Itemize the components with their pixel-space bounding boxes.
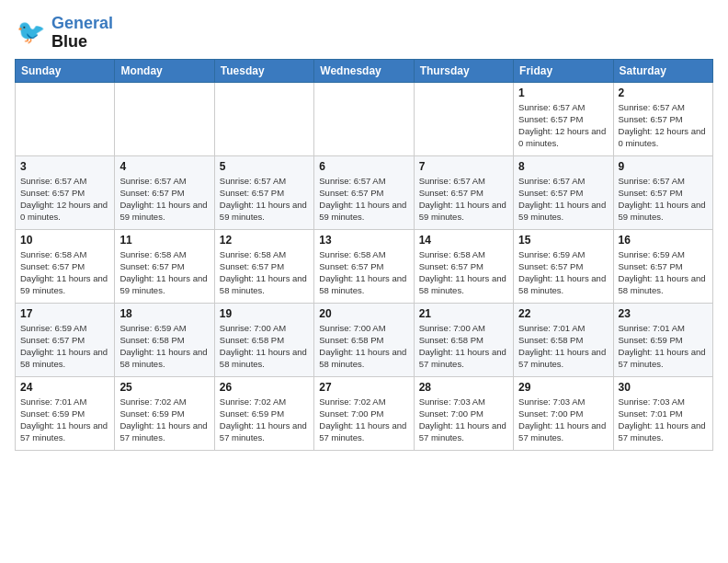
day-info: Sunrise: 7:02 AMSunset: 6:59 PMDaylight:… xyxy=(220,396,309,444)
calendar-week-2: 3Sunrise: 6:57 AMSunset: 6:57 PMDaylight… xyxy=(16,155,713,229)
day-info: Sunrise: 6:58 AMSunset: 6:57 PMDaylight:… xyxy=(119,248,209,297)
day-number: 21 xyxy=(419,307,508,320)
day-number: 15 xyxy=(518,234,608,247)
calendar-cell: 10Sunrise: 6:58 AMSunset: 6:57 PMDayligh… xyxy=(16,229,115,303)
calendar-cell: 9Sunrise: 6:57 AMSunset: 6:57 PMDaylight… xyxy=(613,155,712,229)
calendar-cell: 1Sunrise: 6:57 AMSunset: 6:57 PMDaylight… xyxy=(514,82,613,155)
day-number: 14 xyxy=(419,234,508,247)
day-number: 20 xyxy=(319,307,408,320)
calendar-cell: 18Sunrise: 6:59 AMSunset: 6:58 PMDayligh… xyxy=(115,303,214,376)
day-info: Sunrise: 7:03 AMSunset: 7:00 PMDaylight:… xyxy=(419,396,508,444)
day-info: Sunrise: 7:03 AMSunset: 7:01 PMDaylight:… xyxy=(619,396,708,444)
day-number: 4 xyxy=(119,160,209,173)
day-info: Sunrise: 7:00 AMSunset: 6:58 PMDaylight:… xyxy=(419,322,508,371)
day-info: Sunrise: 6:59 AMSunset: 6:57 PMDaylight:… xyxy=(619,248,708,297)
day-number: 8 xyxy=(518,160,608,173)
day-info: Sunrise: 6:59 AMSunset: 6:57 PMDaylight:… xyxy=(20,322,109,371)
day-number: 28 xyxy=(419,381,508,394)
calendar-cell: 23Sunrise: 7:01 AMSunset: 6:59 PMDayligh… xyxy=(613,303,712,376)
day-info: Sunrise: 6:59 AMSunset: 6:58 PMDaylight:… xyxy=(119,322,209,371)
calendar-cell: 6Sunrise: 6:57 AMSunset: 6:57 PMDaylight… xyxy=(314,155,414,229)
calendar-cell: 8Sunrise: 6:57 AMSunset: 6:57 PMDaylight… xyxy=(514,155,613,229)
day-number: 27 xyxy=(319,381,408,394)
calendar-cell: 7Sunrise: 6:57 AMSunset: 6:57 PMDaylight… xyxy=(414,155,513,229)
calendar-cell: 4Sunrise: 6:57 AMSunset: 6:57 PMDaylight… xyxy=(115,155,214,229)
calendar-cell: 26Sunrise: 7:02 AMSunset: 6:59 PMDayligh… xyxy=(214,376,313,450)
day-number: 22 xyxy=(518,307,608,320)
page-header: 🐦 GeneralBlue xyxy=(15,15,713,52)
day-info: Sunrise: 7:02 AMSunset: 7:00 PMDaylight:… xyxy=(319,396,408,444)
day-info: Sunrise: 6:58 AMSunset: 6:57 PMDaylight:… xyxy=(220,248,309,297)
day-info: Sunrise: 6:57 AMSunset: 6:57 PMDaylight:… xyxy=(419,175,508,224)
day-number: 9 xyxy=(619,160,708,173)
calendar-cell: 29Sunrise: 7:03 AMSunset: 7:00 PMDayligh… xyxy=(514,376,613,450)
day-info: Sunrise: 7:00 AMSunset: 6:58 PMDaylight:… xyxy=(319,322,408,371)
day-number: 2 xyxy=(619,86,708,99)
calendar-cell: 30Sunrise: 7:03 AMSunset: 7:01 PMDayligh… xyxy=(613,376,712,450)
calendar-cell xyxy=(16,82,115,155)
day-info: Sunrise: 6:57 AMSunset: 6:57 PMDaylight:… xyxy=(220,175,309,224)
day-number: 10 xyxy=(20,234,109,247)
calendar-week-4: 17Sunrise: 6:59 AMSunset: 6:57 PMDayligh… xyxy=(16,303,713,376)
calendar-cell: 5Sunrise: 6:57 AMSunset: 6:57 PMDaylight… xyxy=(214,155,313,229)
day-number: 30 xyxy=(619,381,708,394)
day-header-sunday: Sunday xyxy=(16,59,115,82)
calendar-cell: 25Sunrise: 7:02 AMSunset: 6:59 PMDayligh… xyxy=(115,376,214,450)
calendar-cell xyxy=(115,82,214,155)
day-number: 1 xyxy=(518,86,608,99)
day-info: Sunrise: 6:57 AMSunset: 6:57 PMDaylight:… xyxy=(319,175,408,224)
day-info: Sunrise: 7:01 AMSunset: 6:59 PMDaylight:… xyxy=(619,322,708,371)
calendar-cell: 3Sunrise: 6:57 AMSunset: 6:57 PMDaylight… xyxy=(16,155,115,229)
calendar-cell: 28Sunrise: 7:03 AMSunset: 7:00 PMDayligh… xyxy=(414,376,513,450)
day-info: Sunrise: 6:58 AMSunset: 6:57 PMDaylight:… xyxy=(319,248,408,297)
calendar-cell: 11Sunrise: 6:58 AMSunset: 6:57 PMDayligh… xyxy=(115,229,214,303)
day-number: 3 xyxy=(20,160,109,173)
calendar-cell: 15Sunrise: 6:59 AMSunset: 6:57 PMDayligh… xyxy=(514,229,613,303)
day-number: 17 xyxy=(20,307,109,320)
calendar-week-1: 1Sunrise: 6:57 AMSunset: 6:57 PMDaylight… xyxy=(16,82,713,155)
calendar-cell: 14Sunrise: 6:58 AMSunset: 6:57 PMDayligh… xyxy=(414,229,513,303)
calendar-cell xyxy=(414,82,513,155)
day-header-saturday: Saturday xyxy=(613,59,712,82)
day-info: Sunrise: 6:57 AMSunset: 6:57 PMDaylight:… xyxy=(518,175,608,224)
day-number: 13 xyxy=(319,234,408,247)
calendar-cell: 21Sunrise: 7:00 AMSunset: 6:58 PMDayligh… xyxy=(414,303,513,376)
day-info: Sunrise: 6:57 AMSunset: 6:57 PMDaylight:… xyxy=(119,175,209,224)
day-info: Sunrise: 6:58 AMSunset: 6:57 PMDaylight:… xyxy=(20,248,109,297)
day-info: Sunrise: 6:57 AMSunset: 6:57 PMDaylight:… xyxy=(619,101,708,150)
day-number: 29 xyxy=(518,381,608,394)
day-number: 11 xyxy=(119,234,209,247)
day-info: Sunrise: 7:01 AMSunset: 6:59 PMDaylight:… xyxy=(20,396,109,444)
calendar-cell: 17Sunrise: 6:59 AMSunset: 6:57 PMDayligh… xyxy=(16,303,115,376)
logo-icon: 🐦 xyxy=(15,17,48,50)
day-info: Sunrise: 7:01 AMSunset: 6:58 PMDaylight:… xyxy=(518,322,608,371)
calendar-cell: 13Sunrise: 6:58 AMSunset: 6:57 PMDayligh… xyxy=(314,229,414,303)
day-header-wednesday: Wednesday xyxy=(314,59,414,82)
calendar-cell: 16Sunrise: 6:59 AMSunset: 6:57 PMDayligh… xyxy=(613,229,712,303)
calendar-cell: 24Sunrise: 7:01 AMSunset: 6:59 PMDayligh… xyxy=(16,376,115,450)
day-number: 26 xyxy=(220,381,309,394)
day-info: Sunrise: 6:57 AMSunset: 6:57 PMDaylight:… xyxy=(20,175,109,224)
logo-text: GeneralBlue xyxy=(51,15,113,52)
day-info: Sunrise: 7:03 AMSunset: 7:00 PMDaylight:… xyxy=(518,396,608,444)
day-number: 12 xyxy=(220,234,309,247)
logo: 🐦 GeneralBlue xyxy=(15,15,113,52)
day-number: 19 xyxy=(220,307,309,320)
calendar-cell: 19Sunrise: 7:00 AMSunset: 6:58 PMDayligh… xyxy=(214,303,313,376)
day-info: Sunrise: 6:57 AMSunset: 6:57 PMDaylight:… xyxy=(619,175,708,224)
day-info: Sunrise: 6:57 AMSunset: 6:57 PMDaylight:… xyxy=(518,101,608,150)
day-info: Sunrise: 6:58 AMSunset: 6:57 PMDaylight:… xyxy=(419,248,508,297)
calendar-cell: 27Sunrise: 7:02 AMSunset: 7:00 PMDayligh… xyxy=(314,376,414,450)
calendar-cell: 20Sunrise: 7:00 AMSunset: 6:58 PMDayligh… xyxy=(314,303,414,376)
day-header-monday: Monday xyxy=(115,59,214,82)
calendar-cell: 12Sunrise: 6:58 AMSunset: 6:57 PMDayligh… xyxy=(214,229,313,303)
day-number: 7 xyxy=(419,160,508,173)
svg-text:🐦: 🐦 xyxy=(17,17,46,46)
calendar-header-row: SundayMondayTuesdayWednesdayThursdayFrid… xyxy=(16,59,713,82)
calendar-table: SundayMondayTuesdayWednesdayThursdayFrid… xyxy=(15,59,713,451)
day-number: 6 xyxy=(319,160,408,173)
calendar-cell xyxy=(214,82,313,155)
day-header-tuesday: Tuesday xyxy=(214,59,313,82)
calendar-cell xyxy=(314,82,414,155)
day-info: Sunrise: 7:00 AMSunset: 6:58 PMDaylight:… xyxy=(220,322,309,371)
